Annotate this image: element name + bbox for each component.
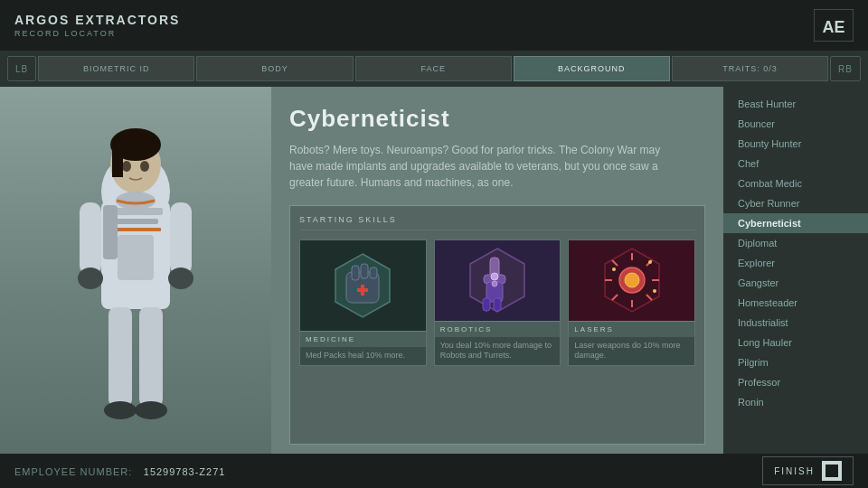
- employee-value: 15299783-Z271: [144, 466, 226, 477]
- background-description: Robots? Mere toys. Neuroamps? Good for p…: [289, 142, 669, 191]
- character-figure: [27, 110, 244, 454]
- svg-rect-16: [80, 202, 101, 275]
- character-svg: [27, 110, 244, 454]
- lasers-icon: [596, 244, 668, 316]
- svg-point-51: [612, 267, 616, 271]
- lasers-skill-desc: Laser weapons do 10% more damage.: [569, 337, 694, 365]
- app-subtitle: RECORD LOCATOR: [14, 29, 180, 38]
- rb-button[interactable]: RB: [830, 56, 861, 81]
- character-area: [0, 87, 271, 454]
- robotics-icon: [461, 244, 533, 316]
- employee-info: EMPLOYEE NUMBER: 15299783-Z271: [14, 463, 225, 479]
- svg-rect-28: [361, 264, 368, 278]
- svg-rect-29: [370, 267, 377, 278]
- header-logo: AE: [814, 9, 854, 42]
- tab-body[interactable]: BODY: [196, 56, 353, 81]
- main-content: Cyberneticist Robots? Mere toys. Neuroam…: [0, 87, 868, 454]
- svg-text:AE: AE: [822, 18, 844, 36]
- medicine-icon-area: [300, 240, 426, 331]
- svg-point-8: [140, 161, 149, 172]
- logo-icon: AE: [814, 9, 854, 42]
- tab-traits[interactable]: TRAITS: 0/3: [672, 56, 828, 81]
- sidebar-item-gangster[interactable]: Gangster: [723, 273, 868, 293]
- sidebar-item-industrialist[interactable]: Industrialist: [723, 313, 868, 333]
- sidebar-item-cyber-runner[interactable]: Cyber Runner: [723, 193, 868, 213]
- svg-rect-27: [352, 266, 359, 280]
- skills-section: STARTING SKILLS: [289, 205, 705, 445]
- robotics-icon-area: [435, 240, 561, 321]
- skills-grid: MEDICINE Med Packs heal 10% more.: [299, 239, 695, 366]
- sidebar-item-professor[interactable]: Professor: [723, 372, 868, 392]
- svg-rect-13: [110, 228, 161, 231]
- robotics-skill-name: ROBOTICS: [435, 321, 561, 337]
- medicine-icon: [326, 249, 399, 322]
- sidebar-item-long-hauler[interactable]: Long Hauler: [723, 333, 868, 352]
- svg-rect-31: [361, 285, 364, 296]
- sidebar-item-pilgrim[interactable]: Pilgrim: [723, 352, 868, 372]
- app-title: ARGOS EXTRACTORS: [14, 13, 180, 27]
- svg-rect-14: [118, 235, 154, 280]
- skill-card-medicine: MEDICINE Med Packs heal 10% more.: [299, 239, 427, 366]
- lasers-skill-name: LASERS: [569, 321, 694, 337]
- sidebar-item-explorer[interactable]: Explorer: [723, 253, 868, 273]
- svg-rect-15: [103, 205, 118, 259]
- center-content: Cyberneticist Robots? Mere toys. Neuroam…: [271, 87, 723, 454]
- lb-button[interactable]: LB: [7, 56, 36, 81]
- svg-rect-20: [108, 307, 132, 407]
- finish-icon-inner: [826, 465, 838, 477]
- finish-label: FINISH: [774, 466, 815, 476]
- header-title-block: ARGOS EXTRACTORS RECORD LOCATOR: [14, 13, 180, 38]
- sidebar-item-cyberneticist[interactable]: Cyberneticist: [723, 213, 868, 233]
- tab-face[interactable]: FACE: [355, 56, 512, 81]
- svg-rect-17: [170, 202, 192, 275]
- svg-point-18: [78, 267, 103, 289]
- sidebar-item-bounty-hunter[interactable]: Bounty Hunter: [723, 134, 868, 154]
- sidebar-item-diplomat[interactable]: Diplomat: [723, 233, 868, 253]
- svg-rect-37: [494, 298, 501, 311]
- right-sidebar: Beast HunterBouncerBounty HunterChefComb…: [723, 87, 868, 454]
- finish-icon: [822, 461, 842, 481]
- medicine-skill-desc: Med Packs heal 10% more.: [300, 347, 426, 365]
- skills-label: STARTING SKILLS: [299, 215, 695, 230]
- svg-point-53: [653, 289, 656, 293]
- svg-point-23: [135, 401, 167, 419]
- sidebar-item-ronin[interactable]: Ronin: [723, 392, 868, 412]
- sidebar-item-chef[interactable]: Chef: [723, 154, 868, 174]
- sidebar-item-beast-hunter[interactable]: Beast Hunter: [723, 94, 868, 114]
- header: ARGOS EXTRACTORS RECORD LOCATOR AE: [0, 0, 868, 51]
- skill-card-robotics: ROBOTICS You deal 10% more damage to Rob…: [434, 239, 561, 366]
- svg-point-19: [168, 267, 193, 289]
- svg-rect-12: [113, 219, 158, 224]
- svg-point-39: [492, 281, 497, 286]
- nav-bar: LB BIOMETRIC ID BODY FACE BACKGROUND TRA…: [0, 51, 868, 87]
- svg-rect-36: [483, 298, 490, 311]
- sidebar-item-combat-medic[interactable]: Combat Medic: [723, 174, 868, 193]
- robotics-skill-desc: You deal 10% more damage to Robots and T…: [435, 337, 561, 365]
- background-name: Cyberneticist: [289, 105, 705, 133]
- sidebar-item-homesteader[interactable]: Homesteader: [723, 293, 868, 313]
- footer: EMPLOYEE NUMBER: 15299783-Z271 FINISH: [0, 454, 868, 488]
- svg-point-38: [491, 273, 498, 280]
- lasers-icon-area: [569, 240, 694, 321]
- sidebar-item-bouncer[interactable]: Bouncer: [723, 114, 868, 134]
- employee-label: EMPLOYEE NUMBER:: [14, 466, 132, 477]
- tab-background[interactable]: BACKGROUND: [514, 56, 670, 81]
- svg-point-42: [625, 273, 639, 287]
- tab-biometric-id[interactable]: BIOMETRIC ID: [38, 56, 194, 81]
- svg-point-52: [648, 260, 652, 264]
- svg-rect-21: [139, 307, 163, 407]
- skill-card-lasers: LASERS Laser weapons do 10% more damage.: [568, 239, 695, 366]
- svg-point-22: [104, 401, 137, 419]
- svg-point-7: [122, 161, 131, 172]
- svg-rect-6: [112, 150, 123, 177]
- finish-button[interactable]: FINISH: [762, 456, 854, 485]
- medicine-skill-name: MEDICINE: [300, 331, 426, 347]
